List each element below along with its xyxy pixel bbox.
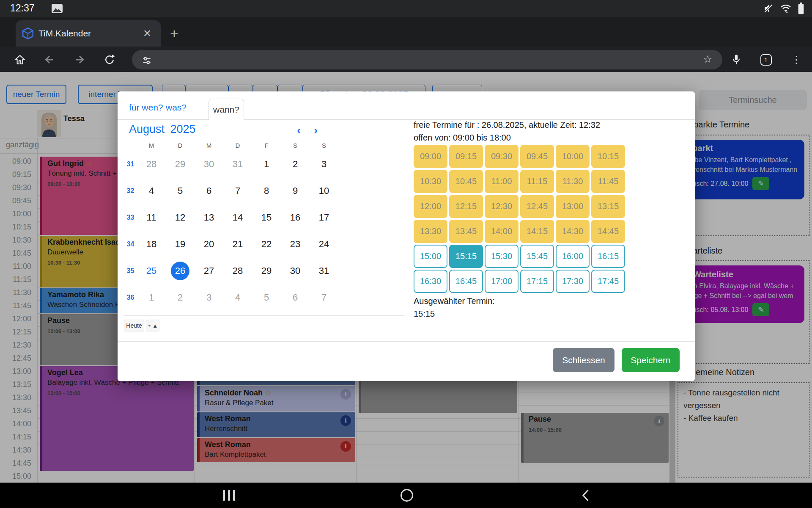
time-slot[interactable]: 14:15 xyxy=(520,220,554,243)
calendar-day[interactable]: 31 xyxy=(223,151,252,177)
calendar-day[interactable]: 13 xyxy=(195,204,223,231)
calendar-day[interactable]: 12 xyxy=(166,204,195,231)
next-month-icon[interactable]: › xyxy=(314,124,318,137)
calendar-day[interactable]: 10 xyxy=(310,177,338,204)
time-slot[interactable]: 12:00 xyxy=(414,195,447,218)
time-slot[interactable]: 14:30 xyxy=(556,220,590,243)
time-slot[interactable]: 12:45 xyxy=(520,195,554,218)
calendar-day[interactable]: 28 xyxy=(137,151,166,177)
calendar-day[interactable]: 8 xyxy=(252,177,281,204)
bookmark-star-icon[interactable]: ☆ xyxy=(703,53,712,65)
calendar-day[interactable]: 5 xyxy=(252,284,281,311)
calendar-day[interactable]: 3 xyxy=(310,151,338,177)
home-nav-icon[interactable] xyxy=(401,489,413,502)
save-button[interactable]: Speichern xyxy=(622,348,680,372)
time-slot[interactable]: 16:00 xyxy=(556,245,590,268)
dialog-tab-wann[interactable]: wann? xyxy=(208,99,244,120)
time-slot[interactable]: 17:45 xyxy=(591,270,625,293)
calendar-day[interactable]: 18 xyxy=(137,231,166,257)
tab-switcher-icon[interactable]: 1 xyxy=(759,52,773,67)
time-slot[interactable]: 13:00 xyxy=(556,195,590,218)
calendar-day[interactable]: 6 xyxy=(195,177,223,204)
time-slot[interactable]: 09:00 xyxy=(414,145,447,168)
time-slot[interactable]: 15:00 xyxy=(414,245,447,268)
calendar-day[interactable]: 2 xyxy=(281,151,310,177)
calendar-day[interactable]: 30 xyxy=(281,257,310,284)
time-slot[interactable]: 17:00 xyxy=(485,270,518,293)
time-slot[interactable]: 17:30 xyxy=(556,270,590,293)
time-slot-selected[interactable]: 15:15 xyxy=(449,245,483,268)
menu-kebab-icon[interactable]: ⋮ xyxy=(789,52,804,67)
recent-apps-icon[interactable] xyxy=(223,490,235,501)
time-slot[interactable]: 13:15 xyxy=(591,195,625,218)
calendar-day[interactable]: 27 xyxy=(195,257,223,284)
calendar-day[interactable]: 11 xyxy=(137,204,166,231)
close-button[interactable]: Schliessen xyxy=(553,348,614,372)
calendar-day[interactable]: 14 xyxy=(223,204,252,231)
mic-icon[interactable] xyxy=(729,52,743,67)
calendar-day[interactable]: 26 xyxy=(166,257,195,284)
time-slot[interactable]: 11:30 xyxy=(556,170,590,193)
prev-month-icon[interactable]: ‹ xyxy=(297,124,301,137)
calendar-day[interactable]: 2 xyxy=(166,284,195,311)
back-icon[interactable] xyxy=(42,52,57,67)
calendar-day[interactable]: 29 xyxy=(166,151,195,177)
time-slot[interactable]: 15:30 xyxy=(485,245,518,268)
calendar-day[interactable]: 31 xyxy=(310,257,338,284)
calendar-day[interactable]: 5 xyxy=(166,177,195,204)
calendar-day[interactable]: 17 xyxy=(310,204,338,231)
time-slot[interactable]: 11:45 xyxy=(591,170,625,193)
calendar-day[interactable]: 1 xyxy=(252,151,281,177)
new-tab-button[interactable]: + xyxy=(166,25,183,42)
datepicker-today-button[interactable]: Heute xyxy=(124,320,144,331)
browser-tab[interactable]: TiM.Kalender ✕ xyxy=(16,20,161,47)
dialog-tab-frwen[interactable]: für wen? xyxy=(129,102,163,113)
time-slot[interactable]: 12:15 xyxy=(449,195,483,218)
time-slot[interactable]: 16:30 xyxy=(414,270,447,293)
time-slot[interactable]: 16:45 xyxy=(449,270,483,293)
time-slot[interactable]: 10:30 xyxy=(414,170,447,193)
tab-close-icon[interactable]: ✕ xyxy=(140,28,154,39)
calendar-day[interactable]: 24 xyxy=(310,231,338,257)
time-slot[interactable]: 10:15 xyxy=(591,145,625,168)
calendar-day[interactable]: 7 xyxy=(223,177,252,204)
calendar-day[interactable]: 28 xyxy=(223,257,252,284)
calendar-day[interactable]: 9 xyxy=(281,177,310,204)
calendar-day[interactable]: 15 xyxy=(252,204,281,231)
calendar-day[interactable]: 23 xyxy=(281,231,310,257)
calendar-day[interactable]: 7 xyxy=(310,284,338,311)
time-slot[interactable]: 12:30 xyxy=(485,195,518,218)
time-slot[interactable]: 14:00 xyxy=(485,220,518,243)
reload-icon[interactable] xyxy=(102,52,117,67)
calendar-day[interactable]: 25 xyxy=(137,257,166,284)
forward-icon[interactable] xyxy=(72,52,87,67)
calendar-day[interactable]: 6 xyxy=(281,284,310,311)
dialog-tab-was[interactable]: was? xyxy=(166,102,187,113)
calendar-day[interactable]: 16 xyxy=(281,204,310,231)
calendar-day[interactable]: 4 xyxy=(137,177,166,204)
time-slot[interactable]: 13:30 xyxy=(414,220,447,243)
time-slot[interactable]: 11:15 xyxy=(520,170,554,193)
calendar-day[interactable]: 30 xyxy=(195,151,223,177)
time-slot[interactable]: 14:45 xyxy=(591,220,625,243)
calendar-day[interactable]: 21 xyxy=(223,231,252,257)
time-slot[interactable]: 10:45 xyxy=(449,170,483,193)
time-slot[interactable]: 09:45 xyxy=(520,145,554,168)
calendar-day[interactable]: 19 xyxy=(166,231,195,257)
back-nav-icon[interactable] xyxy=(581,489,590,503)
calendar-day[interactable]: 3 xyxy=(195,284,223,311)
time-slot[interactable]: 13:45 xyxy=(449,220,483,243)
url-bar[interactable]: ☆ xyxy=(132,50,722,69)
time-slot[interactable]: 10:00 xyxy=(556,145,590,168)
home-icon[interactable] xyxy=(13,52,27,67)
tune-icon[interactable] xyxy=(140,53,154,68)
time-slot[interactable]: 09:15 xyxy=(449,145,483,168)
time-slot[interactable]: 11:00 xyxy=(485,170,518,193)
calendar-day[interactable]: 29 xyxy=(252,257,281,284)
calendar-day[interactable]: 1 xyxy=(137,284,166,311)
time-slot[interactable]: 15:45 xyxy=(520,245,554,268)
time-slot[interactable]: 09:30 xyxy=(485,145,518,168)
time-slot[interactable]: 16:15 xyxy=(591,245,625,268)
calendar-day[interactable]: 20 xyxy=(195,231,223,257)
time-slot[interactable]: 17:15 xyxy=(520,270,554,293)
